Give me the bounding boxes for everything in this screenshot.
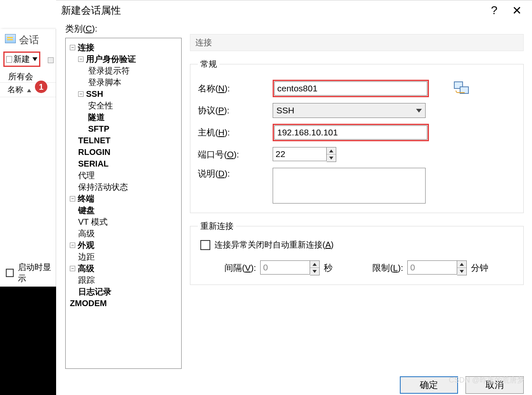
startup-show-label: 启动时显示	[18, 262, 56, 284]
caret-down-icon	[313, 270, 317, 273]
interval-label: 间隔(V):	[210, 262, 260, 274]
toolbar-icon[interactable]	[48, 57, 54, 63]
auto-reconnect-row[interactable]: 连接异常关闭时自动重新连接(A)	[200, 239, 516, 250]
annotation-badge-1: 1	[35, 81, 47, 93]
interval-unit: 秒	[324, 262, 332, 274]
tree-telnet[interactable]: TELNET	[66, 135, 181, 146]
spin-up-button[interactable]	[327, 147, 336, 155]
spin-down-button[interactable]	[310, 268, 319, 275]
tree-serial[interactable]: SERIAL	[66, 158, 181, 169]
protocol-select[interactable]: SSH	[273, 103, 426, 118]
port-input[interactable]	[273, 147, 327, 161]
limit-input[interactable]	[407, 260, 457, 275]
reconnect-group: 重新连接 连接异常关闭时自动重新连接(A) 间隔(V): 秒	[190, 221, 524, 285]
new-session-properties-dialog: 新建会话属性 ? ✕ 类别(C): 连接 用户身份验证 登录	[56, 0, 532, 395]
limit-label: 限制(L):	[349, 262, 407, 274]
category-tree[interactable]: 连接 用户身份验证 登录提示符 登录脚本 SSH	[65, 38, 182, 369]
new-session-button[interactable]: 新建	[3, 52, 40, 67]
caret-up-icon	[460, 263, 464, 266]
tree-advanced[interactable]: 高级	[66, 228, 181, 239]
name-label: 名称(N):	[198, 83, 273, 94]
interval-spinner[interactable]	[260, 260, 320, 275]
sort-asc-icon	[27, 89, 31, 92]
column-name-header[interactable]: 名称	[0, 82, 56, 97]
tree-rlogin[interactable]: RLOGIN	[66, 146, 181, 158]
protocol-label: 协议(P):	[198, 105, 273, 116]
port-spinner[interactable]	[273, 147, 336, 162]
sessions-icon	[5, 34, 16, 43]
tree-keyboard[interactable]: 键盘	[66, 204, 181, 216]
document-icon	[6, 56, 12, 63]
tree-terminal[interactable]: 终端	[66, 193, 181, 204]
tree-connection[interactable]: 连接	[66, 42, 181, 53]
watermark: CSDN @昨夜的荒唐梦	[449, 375, 525, 385]
all-sessions-item[interactable]: 所有会	[0, 69, 56, 82]
dialog-title: 新建会话属性	[61, 4, 121, 17]
host-label: 主机(H):	[198, 127, 273, 138]
limit-unit: 分钟	[471, 262, 488, 274]
tree-trace[interactable]: 跟踪	[66, 274, 181, 286]
new-session-label: 新建	[13, 54, 30, 65]
spin-down-button[interactable]	[457, 268, 466, 275]
reconnect-legend: 重新连接	[198, 221, 236, 232]
tree-auth[interactable]: 用户身份验证	[66, 53, 181, 65]
section-connection-title: 连接	[190, 34, 524, 51]
tree-sftp[interactable]: SFTP	[66, 123, 181, 135]
titlebar: 新建会话属性 ? ✕	[56, 0, 532, 20]
caret-down-icon	[329, 157, 333, 159]
limit-spinner[interactable]	[407, 260, 467, 275]
chevron-down-icon	[416, 109, 422, 113]
auto-reconnect-label: 连接异常关闭时自动重新连接(A)	[214, 239, 334, 250]
checkbox-icon[interactable]	[200, 240, 210, 250]
caret-down-icon	[32, 57, 37, 61]
caret-up-icon	[313, 263, 317, 266]
editor-background	[0, 287, 56, 395]
caret-up-icon	[329, 150, 333, 152]
protocol-value: SSH	[276, 105, 294, 115]
desc-label: 说明(D):	[198, 168, 273, 179]
tree-tunnel[interactable]: 隧道	[66, 111, 181, 123]
sessions-header: 会话	[0, 32, 56, 48]
tree-security[interactable]: 安全性	[66, 100, 181, 111]
tree-vtmode[interactable]: VT 模式	[66, 216, 181, 228]
sessions-title: 会话	[19, 34, 39, 45]
interval-input[interactable]	[260, 260, 310, 275]
spin-up-button[interactable]	[310, 261, 319, 268]
tree-advanced2[interactable]: 高级	[66, 263, 181, 274]
close-button[interactable]: ✕	[505, 2, 528, 19]
column-name-label: 名称	[7, 85, 23, 94]
spin-up-button[interactable]	[457, 261, 466, 268]
tree-proxy[interactable]: 代理	[66, 169, 181, 181]
tree-ssh[interactable]: SSH	[66, 88, 181, 100]
description-input[interactable]	[273, 168, 426, 204]
tree-login-script[interactable]: 登录脚本	[66, 76, 181, 88]
general-legend: 常规	[198, 59, 219, 70]
name-input[interactable]	[274, 81, 427, 96]
category-label: 类别(C):	[65, 23, 182, 34]
connection-icon	[454, 81, 470, 96]
help-button[interactable]: ?	[483, 2, 505, 19]
host-input[interactable]	[274, 125, 427, 140]
startup-show-row[interactable]: 启动时显示	[6, 262, 56, 284]
port-label: 端口号(O):	[198, 149, 273, 160]
tree-appearance[interactable]: 外观	[66, 239, 181, 251]
general-group: 常规 名称(N): 协议(P): SSH	[190, 59, 524, 213]
annotation-highlight-name	[273, 80, 429, 97]
tree-log[interactable]: 日志记录	[66, 286, 181, 297]
annotation-highlight-host	[273, 124, 429, 141]
checkbox-icon[interactable]	[6, 269, 14, 277]
tree-login-prompt[interactable]: 登录提示符	[66, 65, 181, 76]
tree-keepalive[interactable]: 保持活动状态	[66, 181, 181, 193]
sessions-panel: 会话 新建 所有会 名称 1 启动时显示	[0, 29, 56, 287]
tree-zmodem[interactable]: ZMODEM	[66, 297, 181, 309]
caret-down-icon	[460, 270, 464, 273]
spin-down-button[interactable]	[327, 155, 336, 162]
tree-margin[interactable]: 边距	[66, 251, 181, 263]
